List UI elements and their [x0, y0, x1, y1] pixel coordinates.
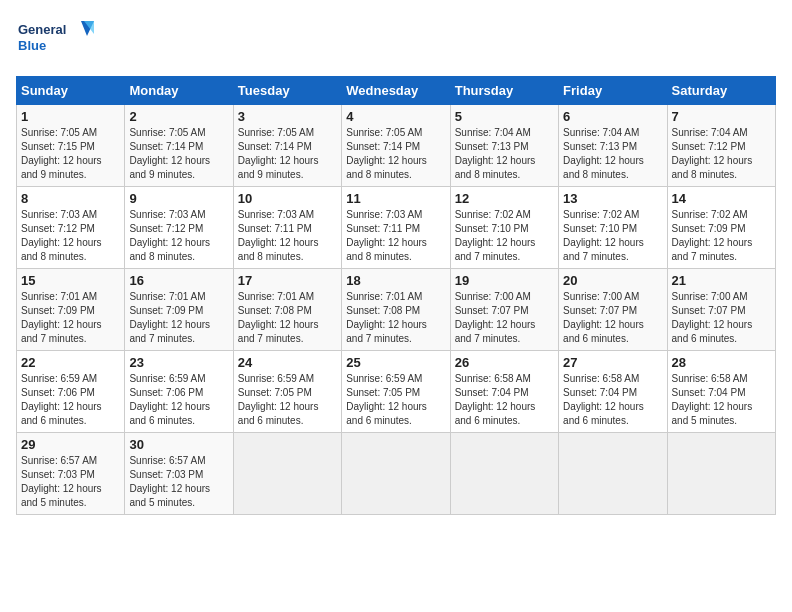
page-header: General Blue: [16, 16, 776, 66]
day-info-9: Sunrise: 7:03 AM Sunset: 7:12 PM Dayligh…: [129, 208, 228, 264]
day-number-13: 13: [563, 191, 662, 206]
day-cell-26: 26 Sunrise: 6:58 AM Sunset: 7:04 PM Dayl…: [450, 351, 558, 433]
empty-cell: [233, 433, 341, 515]
day-number-26: 26: [455, 355, 554, 370]
col-wednesday: Wednesday: [342, 77, 450, 105]
day-number-4: 4: [346, 109, 445, 124]
day-number-28: 28: [672, 355, 771, 370]
day-info-7: Sunrise: 7:04 AM Sunset: 7:12 PM Dayligh…: [672, 126, 771, 182]
empty-cell: [450, 433, 558, 515]
day-info-1: Sunrise: 7:05 AM Sunset: 7:15 PM Dayligh…: [21, 126, 120, 182]
day-cell-29: 29 Sunrise: 6:57 AM Sunset: 7:03 PM Dayl…: [17, 433, 125, 515]
day-cell-25: 25 Sunrise: 6:59 AM Sunset: 7:05 PM Dayl…: [342, 351, 450, 433]
day-number-11: 11: [346, 191, 445, 206]
day-cell-15: 15 Sunrise: 7:01 AM Sunset: 7:09 PM Dayl…: [17, 269, 125, 351]
day-info-13: Sunrise: 7:02 AM Sunset: 7:10 PM Dayligh…: [563, 208, 662, 264]
week-row-2: 15 Sunrise: 7:01 AM Sunset: 7:09 PM Dayl…: [17, 269, 776, 351]
header-row: Sunday Monday Tuesday Wednesday Thursday…: [17, 77, 776, 105]
day-cell-20: 20 Sunrise: 7:00 AM Sunset: 7:07 PM Dayl…: [559, 269, 667, 351]
day-cell-9: 9 Sunrise: 7:03 AM Sunset: 7:12 PM Dayli…: [125, 187, 233, 269]
day-cell-30: 30 Sunrise: 6:57 AM Sunset: 7:03 PM Dayl…: [125, 433, 233, 515]
empty-cell: [667, 433, 775, 515]
svg-text:General: General: [18, 22, 66, 37]
day-cell-11: 11 Sunrise: 7:03 AM Sunset: 7:11 PM Dayl…: [342, 187, 450, 269]
day-info-14: Sunrise: 7:02 AM Sunset: 7:09 PM Dayligh…: [672, 208, 771, 264]
day-number-15: 15: [21, 273, 120, 288]
day-info-17: Sunrise: 7:01 AM Sunset: 7:08 PM Dayligh…: [238, 290, 337, 346]
day-number-27: 27: [563, 355, 662, 370]
calendar-body: 1 Sunrise: 7:05 AM Sunset: 7:15 PM Dayli…: [17, 105, 776, 515]
day-number-12: 12: [455, 191, 554, 206]
day-number-14: 14: [672, 191, 771, 206]
day-number-16: 16: [129, 273, 228, 288]
day-info-16: Sunrise: 7:01 AM Sunset: 7:09 PM Dayligh…: [129, 290, 228, 346]
day-info-27: Sunrise: 6:58 AM Sunset: 7:04 PM Dayligh…: [563, 372, 662, 428]
day-cell-6: 6 Sunrise: 7:04 AM Sunset: 7:13 PM Dayli…: [559, 105, 667, 187]
day-info-26: Sunrise: 6:58 AM Sunset: 7:04 PM Dayligh…: [455, 372, 554, 428]
day-number-3: 3: [238, 109, 337, 124]
logo: General Blue: [16, 16, 96, 66]
day-number-1: 1: [21, 109, 120, 124]
day-cell-18: 18 Sunrise: 7:01 AM Sunset: 7:08 PM Dayl…: [342, 269, 450, 351]
day-info-12: Sunrise: 7:02 AM Sunset: 7:10 PM Dayligh…: [455, 208, 554, 264]
day-info-5: Sunrise: 7:04 AM Sunset: 7:13 PM Dayligh…: [455, 126, 554, 182]
day-info-6: Sunrise: 7:04 AM Sunset: 7:13 PM Dayligh…: [563, 126, 662, 182]
day-cell-24: 24 Sunrise: 6:59 AM Sunset: 7:05 PM Dayl…: [233, 351, 341, 433]
day-info-3: Sunrise: 7:05 AM Sunset: 7:14 PM Dayligh…: [238, 126, 337, 182]
day-cell-28: 28 Sunrise: 6:58 AM Sunset: 7:04 PM Dayl…: [667, 351, 775, 433]
day-info-25: Sunrise: 6:59 AM Sunset: 7:05 PM Dayligh…: [346, 372, 445, 428]
day-cell-14: 14 Sunrise: 7:02 AM Sunset: 7:09 PM Dayl…: [667, 187, 775, 269]
day-number-22: 22: [21, 355, 120, 370]
day-cell-1: 1 Sunrise: 7:05 AM Sunset: 7:15 PM Dayli…: [17, 105, 125, 187]
calendar-table: Sunday Monday Tuesday Wednesday Thursday…: [16, 76, 776, 515]
day-info-21: Sunrise: 7:00 AM Sunset: 7:07 PM Dayligh…: [672, 290, 771, 346]
day-info-2: Sunrise: 7:05 AM Sunset: 7:14 PM Dayligh…: [129, 126, 228, 182]
day-info-23: Sunrise: 6:59 AM Sunset: 7:06 PM Dayligh…: [129, 372, 228, 428]
day-cell-27: 27 Sunrise: 6:58 AM Sunset: 7:04 PM Dayl…: [559, 351, 667, 433]
day-number-18: 18: [346, 273, 445, 288]
col-friday: Friday: [559, 77, 667, 105]
day-info-11: Sunrise: 7:03 AM Sunset: 7:11 PM Dayligh…: [346, 208, 445, 264]
day-cell-17: 17 Sunrise: 7:01 AM Sunset: 7:08 PM Dayl…: [233, 269, 341, 351]
day-info-8: Sunrise: 7:03 AM Sunset: 7:12 PM Dayligh…: [21, 208, 120, 264]
day-info-28: Sunrise: 6:58 AM Sunset: 7:04 PM Dayligh…: [672, 372, 771, 428]
day-info-30: Sunrise: 6:57 AM Sunset: 7:03 PM Dayligh…: [129, 454, 228, 510]
day-cell-16: 16 Sunrise: 7:01 AM Sunset: 7:09 PM Dayl…: [125, 269, 233, 351]
col-saturday: Saturday: [667, 77, 775, 105]
col-thursday: Thursday: [450, 77, 558, 105]
day-cell-23: 23 Sunrise: 6:59 AM Sunset: 7:06 PM Dayl…: [125, 351, 233, 433]
general-blue-logo: General Blue: [16, 16, 96, 66]
col-tuesday: Tuesday: [233, 77, 341, 105]
day-cell-8: 8 Sunrise: 7:03 AM Sunset: 7:12 PM Dayli…: [17, 187, 125, 269]
day-cell-12: 12 Sunrise: 7:02 AM Sunset: 7:10 PM Dayl…: [450, 187, 558, 269]
day-number-7: 7: [672, 109, 771, 124]
day-number-9: 9: [129, 191, 228, 206]
day-cell-22: 22 Sunrise: 6:59 AM Sunset: 7:06 PM Dayl…: [17, 351, 125, 433]
empty-cell: [342, 433, 450, 515]
svg-text:Blue: Blue: [18, 38, 46, 53]
day-info-10: Sunrise: 7:03 AM Sunset: 7:11 PM Dayligh…: [238, 208, 337, 264]
day-number-23: 23: [129, 355, 228, 370]
day-info-20: Sunrise: 7:00 AM Sunset: 7:07 PM Dayligh…: [563, 290, 662, 346]
day-info-22: Sunrise: 6:59 AM Sunset: 7:06 PM Dayligh…: [21, 372, 120, 428]
day-cell-5: 5 Sunrise: 7:04 AM Sunset: 7:13 PM Dayli…: [450, 105, 558, 187]
day-number-24: 24: [238, 355, 337, 370]
week-row-3: 22 Sunrise: 6:59 AM Sunset: 7:06 PM Dayl…: [17, 351, 776, 433]
day-number-2: 2: [129, 109, 228, 124]
day-number-21: 21: [672, 273, 771, 288]
day-info-24: Sunrise: 6:59 AM Sunset: 7:05 PM Dayligh…: [238, 372, 337, 428]
day-cell-3: 3 Sunrise: 7:05 AM Sunset: 7:14 PM Dayli…: [233, 105, 341, 187]
day-cell-4: 4 Sunrise: 7:05 AM Sunset: 7:14 PM Dayli…: [342, 105, 450, 187]
day-number-8: 8: [21, 191, 120, 206]
day-info-19: Sunrise: 7:00 AM Sunset: 7:07 PM Dayligh…: [455, 290, 554, 346]
day-cell-10: 10 Sunrise: 7:03 AM Sunset: 7:11 PM Dayl…: [233, 187, 341, 269]
day-number-20: 20: [563, 273, 662, 288]
day-cell-7: 7 Sunrise: 7:04 AM Sunset: 7:12 PM Dayli…: [667, 105, 775, 187]
day-info-18: Sunrise: 7:01 AM Sunset: 7:08 PM Dayligh…: [346, 290, 445, 346]
day-cell-2: 2 Sunrise: 7:05 AM Sunset: 7:14 PM Dayli…: [125, 105, 233, 187]
week-row-1: 8 Sunrise: 7:03 AM Sunset: 7:12 PM Dayli…: [17, 187, 776, 269]
day-info-4: Sunrise: 7:05 AM Sunset: 7:14 PM Dayligh…: [346, 126, 445, 182]
day-number-30: 30: [129, 437, 228, 452]
day-number-25: 25: [346, 355, 445, 370]
day-number-5: 5: [455, 109, 554, 124]
